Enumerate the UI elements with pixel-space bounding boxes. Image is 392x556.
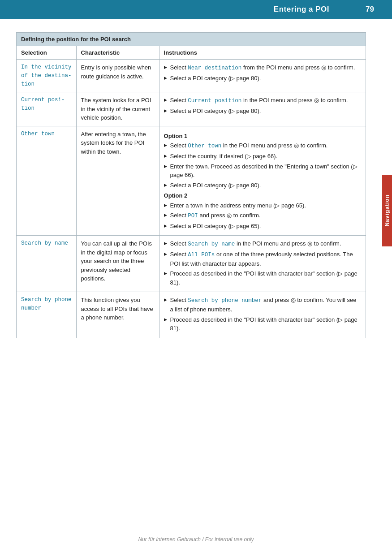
- section-header-cell: Defining the position for the POI search: [17, 33, 366, 46]
- table-row: Other town After entering a town, the sy…: [17, 126, 366, 236]
- poi-table: Defining the position for the POI search…: [16, 32, 366, 338]
- characteristic-cell: Entry is only possible when route guidan…: [76, 60, 159, 92]
- navigation-tab: Navigation: [382, 175, 392, 246]
- instructions-cell: Select Near destination from the POI men…: [159, 60, 366, 92]
- section-header-row: Defining the position for the POI search: [17, 33, 366, 46]
- col-header-instructions: Instructions: [159, 46, 366, 60]
- characteristic-cell: The system looks for a POI in the vicini…: [76, 92, 159, 126]
- main-content: Defining the position for the POI search…: [0, 19, 382, 347]
- table-row: In the vicinityof the destina-tion Entry…: [17, 60, 366, 92]
- column-header-row: Selection Characteristic Instructions: [17, 46, 366, 60]
- selection-cell: Search by name: [17, 236, 77, 292]
- instructions-cell: Option 1 Select Other town in the POI me…: [159, 126, 366, 236]
- instructions-cell: Select Search by name in the POI menu an…: [159, 236, 366, 292]
- selection-cell: In the vicinityof the destina-tion: [17, 60, 77, 92]
- header-page: 79: [361, 5, 374, 14]
- table-row: Search by name You can call up all the P…: [17, 236, 366, 292]
- col-header-selection: Selection: [17, 46, 77, 60]
- col-header-characteristic: Characteristic: [76, 46, 159, 60]
- footer: Nur für internen Gebrauch / For internal…: [0, 536, 392, 543]
- header-title: Entering a POI: [274, 5, 329, 14]
- instructions-cell: Select Search by phone number and press …: [159, 292, 366, 338]
- selection-cell: Other town: [17, 126, 77, 236]
- characteristic-cell: This function gives you access to all PO…: [76, 292, 159, 338]
- table-row: Current posi-tion The system looks for a…: [17, 92, 366, 126]
- selection-cell: Current posi-tion: [17, 92, 77, 126]
- instructions-cell: Select Current position in the POI menu …: [159, 92, 366, 126]
- characteristic-cell: You can call up all the POIs in the digi…: [76, 236, 159, 292]
- header-bar: Entering a POI 79: [0, 0, 392, 19]
- navigation-tab-label: Navigation: [384, 194, 390, 226]
- selection-cell: Search by phonenumber: [17, 292, 77, 338]
- characteristic-cell: After entering a town, the system looks …: [76, 126, 159, 236]
- table-row: Search by phonenumber This function give…: [17, 292, 366, 338]
